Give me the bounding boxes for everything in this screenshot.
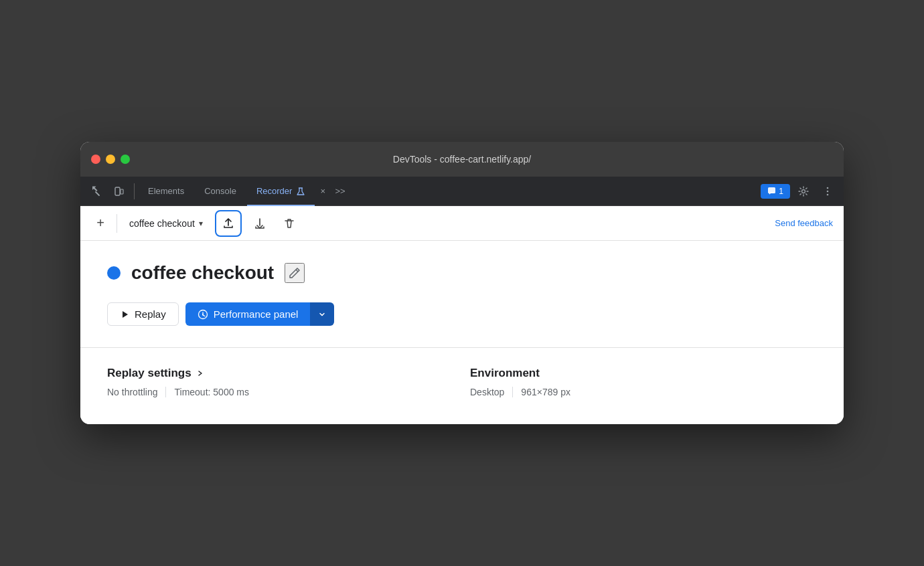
device-toggle-button[interactable] (108, 181, 130, 202)
desktop-label: Desktop (470, 387, 504, 397)
recording-header: coffee checkout (107, 262, 817, 284)
environment-group: Environment Desktop 961×789 px (470, 367, 817, 397)
svg-point-6 (827, 193, 829, 195)
tab-recorder[interactable]: Recorder (247, 177, 315, 206)
environment-title: Environment (470, 367, 817, 380)
recording-status-dot (107, 266, 121, 280)
recorder-beaker-icon (296, 187, 305, 196)
vertical-dots-icon (822, 185, 834, 197)
import-button[interactable] (248, 212, 271, 235)
performance-panel-button[interactable]: Performance panel (185, 302, 311, 326)
edit-title-button[interactable] (285, 263, 305, 283)
comment-icon (767, 187, 776, 195)
recorder-toolbar: + coffee checkout ▾ Send feedba (80, 206, 844, 241)
devtools-window: DevTools - coffee-cart.netlify.app/ Elem… (80, 142, 844, 424)
toolbar-right-actions: 1 (761, 181, 838, 202)
pencil-icon (289, 267, 301, 279)
chevron-down-icon: ▾ (199, 219, 203, 228)
send-feedback-link[interactable]: Send feedback (775, 218, 833, 228)
arrow-right-icon (197, 370, 204, 377)
minimize-button[interactable] (106, 155, 115, 164)
settings-section: Replay settings No throttling Timeout: 5… (107, 348, 817, 408)
recorder-toolbar-divider (117, 214, 117, 233)
replay-settings-details: No throttling Timeout: 5000 ms (107, 387, 454, 397)
recording-selector[interactable]: coffee checkout ▾ (124, 215, 208, 231)
window-title: DevTools - coffee-cart.netlify.app/ (393, 154, 531, 165)
environment-details: Desktop 961×789 px (470, 387, 817, 397)
settings-button[interactable] (793, 181, 814, 202)
upload-icon (222, 217, 234, 229)
settings-detail-divider (165, 387, 166, 397)
maximize-button[interactable] (121, 155, 130, 164)
trash-icon (283, 217, 295, 229)
download-icon (254, 217, 266, 229)
export-button[interactable] (215, 210, 242, 237)
dimensions-label: 961×789 px (521, 387, 570, 397)
add-recording-button[interactable]: + (91, 214, 110, 233)
performance-dropdown-button[interactable] (310, 302, 334, 326)
more-tabs-button[interactable]: >> (331, 186, 349, 196)
notification-button[interactable]: 1 (761, 184, 790, 199)
replay-settings-title[interactable]: Replay settings (107, 367, 454, 380)
svg-rect-1 (121, 189, 123, 194)
svg-point-5 (827, 190, 829, 192)
recorder-main: coffee checkout Replay (80, 241, 844, 424)
play-icon (120, 310, 129, 319)
more-options-button[interactable] (817, 181, 838, 202)
toolbar-divider-1 (134, 183, 135, 199)
gear-icon (797, 185, 810, 197)
action-buttons: Replay Performance panel (107, 302, 817, 326)
svg-point-8 (202, 314, 204, 315)
svg-point-4 (827, 187, 829, 189)
recording-title: coffee checkout (131, 262, 274, 284)
traffic-lights (91, 155, 130, 164)
inspect-icon-button[interactable] (86, 181, 107, 202)
tab-elements[interactable]: Elements (139, 177, 194, 206)
devtools-toolbar: Elements Console Recorder × >> 1 (80, 177, 844, 206)
close-button[interactable] (91, 155, 100, 164)
performance-icon (198, 309, 208, 320)
env-detail-divider (512, 387, 513, 397)
titlebar: DevTools - coffee-cart.netlify.app/ (80, 142, 844, 177)
no-throttling-label: No throttling (107, 387, 157, 397)
tab-console[interactable]: Console (195, 177, 246, 206)
performance-panel-button-group: Performance panel (185, 302, 335, 326)
replay-settings-group: Replay settings No throttling Timeout: 5… (107, 367, 454, 397)
close-recorder-tab[interactable]: × (316, 185, 329, 198)
svg-point-3 (802, 189, 805, 193)
replay-button[interactable]: Replay (107, 302, 179, 326)
svg-rect-0 (115, 187, 120, 195)
recording-name-label: coffee checkout (129, 218, 195, 229)
delete-recording-button[interactable] (278, 212, 301, 235)
chevron-down-icon (319, 311, 325, 318)
timeout-label: Timeout: 5000 ms (174, 387, 249, 397)
